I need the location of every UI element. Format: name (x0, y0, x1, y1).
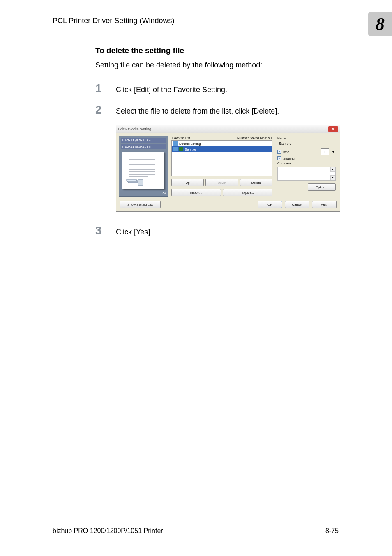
list-item-selected[interactable]: Sample (172, 146, 272, 152)
down-button[interactable]: Down (205, 179, 238, 186)
preview-panel: 8 1/2x11 (8.5x11 in) 8 1/2x11 (8.5x11 in… (119, 136, 168, 197)
icon-checkbox[interactable]: ✓ (277, 150, 281, 154)
page-footer: bizhub PRO 1200/1200P/1051 Printer 8-75 (53, 521, 339, 535)
icon-label: Icon (283, 150, 289, 154)
step-text: Click [Edit] of the Favorite Setting. (116, 86, 227, 94)
step-text: Select the file to delete from the list,… (116, 107, 279, 116)
name-value: Sample (277, 141, 336, 146)
help-button[interactable]: Help (312, 201, 337, 208)
step-3: 3 Click [Yes]. (95, 224, 339, 237)
default-icon (173, 141, 178, 146)
list-item-label: Default Setting (179, 142, 201, 146)
svg-rect-3 (138, 179, 143, 186)
edit-favorite-dialog: Edit Favorite Setting ✕ 8 1/2x11 (8.5x11… (116, 125, 340, 212)
dialog-titlebar: Edit Favorite Setting ✕ (116, 125, 340, 133)
shared-icon (179, 147, 183, 151)
dialog-title: Edit Favorite Setting (118, 127, 151, 131)
section-title: To delete the setting file (95, 46, 339, 55)
ok-button[interactable]: OK (258, 201, 282, 208)
up-button[interactable]: Up (171, 179, 204, 186)
name-label: Name (277, 137, 336, 140)
step-number: 2 (95, 103, 116, 116)
favorite-list[interactable]: Default Setting Sample (171, 140, 272, 176)
page-header: PCL Printer Driver Setting (Windows) (53, 16, 363, 28)
chevron-down-icon[interactable]: ▾ (331, 148, 336, 155)
step-number: 1 (95, 82, 116, 95)
preview-size: 8 1/2x11 (8.5x11 in) (121, 144, 166, 149)
dialog-footer: Show Setting List OK Cancel Help (116, 199, 340, 211)
comment-textarea[interactable]: ▴ ▾ (277, 167, 336, 181)
comment-label: Comment (277, 162, 336, 165)
right-panel: Name Sample ✓ Icon ▫ ▾ ✓ Sharing Comment… (276, 136, 337, 197)
list-item[interactable]: Default Setting (172, 141, 272, 146)
step-text: Click [Yes]. (116, 228, 152, 236)
section-intro: Setting file can be deleted by the follo… (95, 61, 339, 70)
item-icon (173, 147, 178, 151)
content: To delete the setting file Setting file … (95, 46, 339, 246)
number-saved-label: Number Saved Max: 50 (237, 136, 272, 140)
show-setting-list-button[interactable]: Show Setting List (120, 201, 161, 208)
favorite-list-header: Favorite List Number Saved Max: 50 (171, 136, 272, 140)
header-title: PCL Printer Driver Setting (Windows) (53, 16, 363, 25)
preview-size: 8 1/2x11 (8.5x11 in) (121, 138, 166, 143)
option-button[interactable]: Option... (308, 183, 336, 191)
icon-preview[interactable]: ▫ (321, 148, 329, 155)
footer-left: bizhub PRO 1200/1200P/1051 Printer (53, 527, 163, 535)
step-number: 3 (95, 224, 116, 237)
footer-right: 8-75 (325, 527, 339, 535)
step-2: 2 Select the file to delete from the lis… (95, 103, 339, 116)
svg-rect-2 (127, 179, 136, 181)
sharing-checkbox[interactable]: ✓ (277, 156, 281, 160)
preview-lines (129, 159, 155, 175)
favorite-list-label: Favorite List (172, 136, 190, 140)
preview-paper (122, 152, 164, 189)
preview-scale: x1 (121, 191, 166, 195)
delete-button[interactable]: Delete (240, 179, 272, 186)
chapter-tab: 8 (368, 12, 392, 36)
scroll-up-icon[interactable]: ▴ (330, 167, 335, 172)
import-button[interactable]: Import... (171, 189, 221, 196)
chapter-number: 8 (376, 14, 385, 35)
list-item-label: Sample (185, 148, 196, 151)
tray-icon (126, 178, 146, 188)
middle-panel: Favorite List Number Saved Max: 50 Defau… (168, 136, 276, 197)
cancel-button[interactable]: Cancel (285, 201, 309, 208)
sharing-label: Sharing (283, 157, 295, 160)
dialog-body: 8 1/2x11 (8.5x11 in) 8 1/2x11 (8.5x11 in… (116, 133, 340, 199)
scroll-down-icon[interactable]: ▾ (330, 175, 335, 180)
step-1: 1 Click [Edit] of the Favorite Setting. (95, 82, 339, 95)
close-button[interactable]: ✕ (328, 126, 338, 132)
export-button[interactable]: Export... (223, 189, 272, 196)
